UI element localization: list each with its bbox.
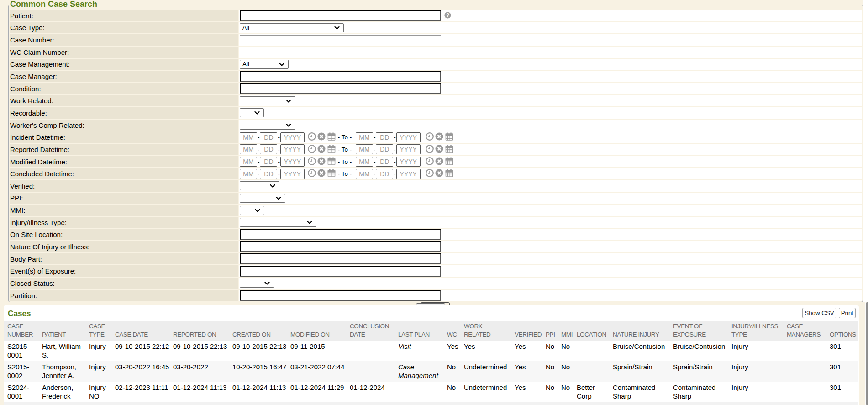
svg-text:?: ? [446,13,449,18]
